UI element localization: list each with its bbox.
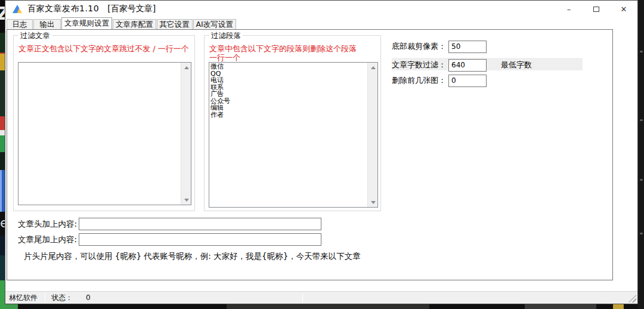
desktop-label-fragment [640,119,643,121]
minimize-icon: – [567,5,571,14]
close-button[interactable]: ✕ [610,1,637,17]
filter-article-textarea-frame [18,62,191,205]
app-window: 百家文章发布1.10 [百家号文章] – ✕ 日志 输出 文章规则设置 文章库配… [5,0,638,304]
scroll-up-icon[interactable] [181,63,191,72]
tab-article-rules[interactable]: 文章规则设置 [61,17,112,29]
desktop-bottom-strip [0,304,644,309]
delete-images-row: 删除前几张图： [392,74,487,87]
desktop-label-fragment [640,51,643,52]
brand-label: 林忆软件 [9,293,38,303]
filter-article-textarea[interactable] [18,63,181,205]
desktop-right-strip [638,0,644,309]
filter-paragraph-textarea-frame: 微信 QQ 电话 联系 广告 公众号 编辑 作者 [209,62,378,208]
maximize-icon [593,7,599,12]
desktop: Z e 百家文章发布1.10 [百家号文章] – [0,0,644,309]
word-count-suffix: 最低字数 [501,60,532,70]
resize-grip-icon[interactable] [628,295,636,302]
window-title: 百家文章发布1.10 [27,4,99,14]
statusbar-separator [302,293,303,302]
scroll-up-icon[interactable] [368,63,378,72]
bottom-crop-row: 底部裁剪像素： [392,40,487,53]
delete-images-label: 删除前几张图： [392,75,446,86]
status-bar: 林忆软件 状态： 0 [5,291,637,304]
statusbar-separator [45,293,45,302]
scrollbar[interactable] [367,63,377,207]
desktop-fragment [525,304,596,309]
word-count-row: 文章字数过滤： 最低字数 [392,58,532,72]
window-subtitle: [百家号文章] [107,4,156,14]
append-head-row: 文章头加上内容: [18,218,321,230]
tab-article-library[interactable]: 文章库配置 [113,19,156,29]
app-icon [13,5,22,13]
tab-other-settings[interactable]: 其它设置 [157,19,193,29]
maximize-button[interactable] [583,1,610,17]
append-usage-note: 片头片尾内容，可以使用 {昵称} 代表账号昵称，例: 大家好，我是{昵称}，今天… [24,251,361,262]
bottom-crop-input[interactable] [448,41,487,53]
desktop-label-fragment [640,179,643,181]
append-tail-input[interactable] [79,233,321,246]
tab-ai-rewrite[interactable]: AI改写设置 [193,19,236,29]
append-head-label: 文章头加上内容: [18,219,77,230]
desktop-label-fragment [640,233,643,234]
groupbox-filter-article: 过滤文章 文章正文包含以下文字的文章跳过不发 / 一行一个 [13,35,195,211]
groupbox-title: 过滤文章 [18,31,52,41]
desktop-fragment-yellow [613,304,624,309]
groupbox-filter-paragraph: 过滤段落 文章中包含以下文字的段落则删除这个段落 一行一个 微信 QQ 电话 联… [204,35,381,211]
word-count-label: 文章字数过滤： [392,60,446,70]
desktop-fragment [227,304,429,309]
status-label: 状态： [51,293,73,303]
close-icon: ✕ [621,5,627,14]
tab-log[interactable]: 日志 [7,19,33,29]
titlebar[interactable]: 百家文章发布1.10 [百家号文章] – ✕ [5,1,637,17]
word-count-input[interactable] [448,59,487,72]
filter-paragraph-textarea[interactable]: 微信 QQ 电话 联系 广告 公众号 编辑 作者 [209,63,367,207]
filter-article-hint: 文章正文包含以下文字的文章跳过不发 / 一行一个 [18,44,189,53]
scroll-down-icon[interactable] [181,195,191,205]
tab-content-panel: 过滤文章 文章正文包含以下文字的文章跳过不发 / 一行一个 过滤段落 文章中包含… [7,29,613,280]
bottom-crop-label: 底部裁剪像素： [392,41,446,52]
status-value: 0 [86,293,91,302]
minimize-button[interactable]: – [555,1,583,17]
scroll-down-icon[interactable] [368,197,378,207]
tab-bar: 日志 输出 文章规则设置 文章库配置 其它设置 AI改写设置 [7,18,237,29]
tab-output[interactable]: 输出 [33,19,61,29]
append-tail-label: 文章尾加上内容: [18,234,77,245]
filter-paragraph-hint-line2: 一行一个 [209,53,377,62]
scrollbar[interactable] [181,63,191,205]
filter-paragraph-hint-line1: 文章中包含以下文字的段落则删除这个段落 [209,44,377,53]
delete-images-input[interactable] [448,75,487,87]
filter-paragraph-hint: 文章中包含以下文字的段落则删除这个段落 一行一个 [209,44,377,62]
append-tail-row: 文章尾加上内容: [18,233,321,246]
append-head-input[interactable] [79,218,321,230]
groupbox-title: 过滤段落 [209,31,243,41]
window-controls: – ✕ [555,1,637,17]
